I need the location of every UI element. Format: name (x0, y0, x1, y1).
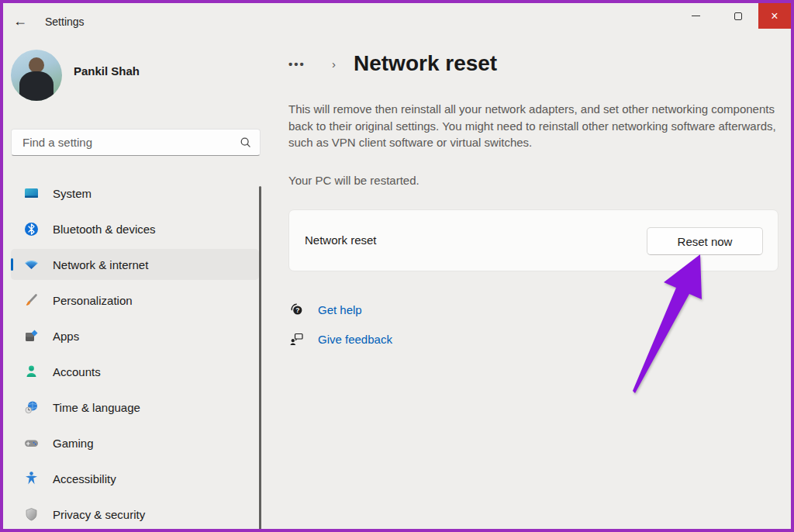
sidebar-scrollbar[interactable] (259, 186, 261, 532)
close-button[interactable]: × (758, 3, 791, 29)
give-feedback-icon (288, 331, 305, 347)
get-help-icon: ? (288, 302, 305, 318)
breadcrumb-ellipsis[interactable]: ••• (288, 57, 306, 71)
sidebar-item-label: Privacy & security (53, 508, 145, 521)
sidebar-item-privacy-security[interactable]: Privacy & security (11, 499, 259, 530)
sidebar-item-accessibility[interactable]: Accessibility (11, 463, 259, 494)
user-name: Pankil Shah (74, 64, 140, 78)
sidebar-item-network-internet[interactable]: Network & internet (11, 249, 259, 280)
minimize-icon (692, 16, 700, 16)
sidebar-item-personalization[interactable]: Personalization (11, 285, 259, 316)
settings-window: ← Settings × Pankil Shah Find a setting … (0, 0, 794, 532)
sidebar-nav: System Bluetooth & devices Network & int… (11, 178, 259, 532)
sidebar-item-bluetooth[interactable]: Bluetooth & devices (11, 213, 259, 244)
sidebar-item-label: Network & internet (53, 258, 148, 271)
maximize-icon (734, 12, 742, 20)
search-input[interactable]: Find a setting (11, 129, 261, 156)
apps-icon (23, 328, 40, 344)
sidebar-item-label: Accounts (53, 365, 101, 378)
sidebar-item-label: Personalization (53, 294, 133, 307)
network-reset-label: Network reset (305, 233, 377, 247)
close-icon: × (771, 10, 778, 22)
bluetooth-icon (23, 221, 40, 237)
get-help-link[interactable]: ? Get help (288, 302, 362, 318)
system-icon (23, 185, 40, 202)
gaming-icon (23, 435, 40, 451)
maximize-button[interactable] (720, 3, 756, 29)
back-button[interactable]: ← (9, 12, 31, 30)
sidebar-item-label: Accessibility (53, 472, 116, 485)
avatar[interactable] (11, 50, 62, 101)
give-feedback-link[interactable]: Give feedback (288, 331, 392, 347)
titlebar: ← Settings × (0, 0, 794, 31)
personalization-icon (23, 292, 40, 309)
breadcrumb-chevron-icon: › (332, 57, 336, 71)
give-feedback-label: Give feedback (318, 333, 392, 346)
sidebar-item-accounts[interactable]: Accounts (11, 356, 259, 387)
sidebar-item-time-language[interactable]: Time & language (11, 392, 259, 423)
page-description: This will remove then reinstall all your… (288, 101, 786, 151)
back-arrow-icon: ← (13, 13, 27, 29)
page-title: Network reset (354, 51, 497, 76)
search-placeholder: Find a setting (22, 136, 239, 149)
accounts-icon (23, 364, 40, 380)
sidebar-item-label: System (53, 187, 91, 200)
accessibility-icon (23, 471, 40, 487)
sidebar-item-label: Gaming (53, 437, 94, 450)
minimize-button[interactable] (678, 3, 713, 29)
sidebar-item-label: Time & language (53, 401, 140, 414)
sidebar-item-system[interactable]: System (11, 178, 259, 209)
network-reset-card: Network reset Reset now (288, 209, 778, 271)
avatar-head (29, 57, 44, 73)
restart-note: Your PC will be restarted. (288, 174, 419, 187)
privacy-icon (23, 506, 40, 523)
get-help-label: Get help (318, 303, 362, 316)
avatar-shirt (19, 71, 54, 101)
reset-now-button[interactable]: Reset now (647, 227, 763, 255)
sidebar-item-label: Apps (53, 330, 79, 343)
sidebar-item-label: Bluetooth & devices (53, 223, 156, 236)
sidebar-item-gaming[interactable]: Gaming (11, 427, 259, 458)
search-icon (239, 136, 252, 149)
svg-text:?: ? (295, 306, 299, 314)
window-title: Settings (45, 16, 85, 28)
wifi-icon (23, 257, 40, 273)
sidebar-item-apps[interactable]: Apps (11, 320, 259, 351)
time-language-icon (23, 399, 40, 416)
